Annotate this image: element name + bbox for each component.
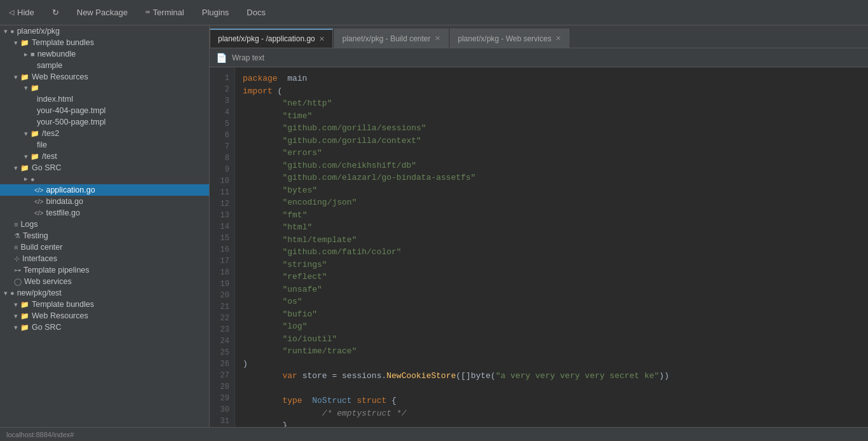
tab-close-icon[interactable]: ✕ [435, 34, 440, 43]
code-line: "runtime/trace" [243, 345, 860, 358]
expand-icon: ▾ [24, 84, 28, 92]
folder-icon: 📁 [20, 312, 29, 320]
line-number: 17 [210, 255, 234, 267]
code-line: "html" [243, 221, 860, 234]
line-number: 2 [210, 84, 234, 95]
new-package-button[interactable]: New Package [73, 5, 132, 20]
expand-icon: ▾ [14, 39, 18, 47]
code-line: "os" [243, 295, 860, 308]
tab-tab1[interactable]: planet/x/pkg - /application.go✕ [210, 29, 333, 48]
nav-icon: ≡ [14, 243, 18, 251]
tree-item-nb1[interactable]: ▸■newbundle [0, 48, 209, 60]
nav-icon: ⚗ [14, 232, 20, 240]
tab-close-icon[interactable]: ✕ [319, 35, 325, 43]
tree-label: /test [42, 152, 57, 161]
tree-item-wr1[interactable]: ▾📁Web Resources [0, 71, 209, 83]
tree-item-tb1[interactable]: ▾📁Template bundles [0, 37, 209, 48]
tree-item-wr1f[interactable]: ▾📁 [0, 83, 209, 93]
tab-tab3[interactable]: planet/x/pkg - Web services✕ [450, 29, 569, 48]
code-line: "github.com/fatih/color" [243, 246, 860, 259]
nav-icon: ◯ [14, 278, 22, 286]
editor-toolbar: 📄 Wrap text [210, 48, 868, 67]
line-number: 30 [210, 404, 234, 416]
tree-item-websvcs[interactable]: ◯Web services [0, 276, 209, 287]
tree-item-gosrc[interactable]: ▾📁Go SRC [0, 162, 209, 173]
line-number: 26 [210, 358, 234, 370]
terminal-button[interactable]: ⌨ Terminal [142, 5, 188, 20]
tree-item-pkg1[interactable]: ▾●planet/x/pkg [0, 25, 209, 37]
line-number: 28 [210, 381, 234, 393]
tree-item-gosrc2[interactable]: ▾📁Go SRC [0, 322, 209, 333]
tree-label: Web services [24, 277, 72, 286]
line-number: 19 [210, 278, 234, 290]
code-line: "bufio" [243, 308, 860, 321]
docs-button[interactable]: Docs [243, 5, 269, 20]
expand-icon: ▾ [14, 73, 18, 81]
line-number: 8 [210, 153, 234, 164]
expand-icon: ▾ [14, 312, 18, 320]
tree-label: Build center [20, 243, 62, 252]
code-line: "strings" [243, 259, 860, 271]
tree-item-tes2[interactable]: ▾📁/tes2 [0, 128, 209, 139]
bullet-icon: ● [10, 27, 15, 35]
line-number: 6 [210, 130, 234, 141]
tree-item-logs[interactable]: ≡Logs [0, 219, 209, 230]
tree-item-s1[interactable]: sample [0, 60, 209, 71]
tree-item-buildctr[interactable]: ≡Build center [0, 241, 209, 253]
wrap-text-button[interactable]: Wrap text [232, 53, 264, 62]
tree-label: your-500-page.tmpl [37, 118, 105, 126]
refresh-button[interactable]: ↻ [48, 5, 63, 20]
line-number: 13 [210, 210, 234, 221]
line-number: 16 [210, 244, 234, 255]
line-number: 27 [210, 370, 234, 381]
tree-item-wr2[interactable]: ▾📁Web Resources [0, 310, 209, 322]
line-number: 12 [210, 198, 234, 210]
expand-icon: ▾ [14, 164, 18, 172]
docs-label: Docs [247, 8, 266, 17]
tree-label: testfile.go [46, 208, 80, 217]
code-line: "unsafe" [243, 283, 860, 296]
hide-button[interactable]: ◁ Hide [5, 5, 38, 20]
code-editor[interactable]: 1234567891011121314151617181920212223242… [210, 67, 868, 427]
tab-close-icon[interactable]: ✕ [555, 34, 561, 43]
tree-item-tpipes[interactable]: ⊶Template pipelines [0, 264, 209, 276]
tree-label: planet/x/pkg [17, 27, 60, 36]
tab-tab2[interactable]: planet/x/pkg - Build center✕ [334, 29, 449, 48]
code-line: "io/ioutil" [243, 333, 860, 346]
tree-item-testing[interactable]: ⚗Testing [0, 230, 209, 241]
status-url: localhost:8884/index# [6, 431, 74, 438]
code-line: "html/template" [243, 234, 860, 247]
new-package-label: New Package [77, 8, 128, 17]
tree-item-p404[interactable]: your-404-page.tmpl [0, 105, 209, 116]
code-line [243, 383, 860, 395]
tree-item-gosrcf[interactable]: ▸● [0, 173, 209, 184]
expand-icon: ▾ [24, 130, 28, 138]
tree-item-tes2f[interactable]: file [0, 139, 209, 151]
code-icon: </> [34, 210, 43, 217]
tree-item-testgo[interactable]: </>testfile.go [0, 207, 209, 219]
tree-item-appgo[interactable]: </>application.go [0, 184, 209, 196]
tree-item-tb2[interactable]: ▾📁Template bundles [0, 299, 209, 310]
code-line: } [243, 419, 860, 427]
tree-label: Interfaces [22, 254, 57, 263]
tree-item-ifaces[interactable]: ⊹Interfaces [0, 253, 209, 264]
line-number: 23 [210, 324, 234, 336]
code-line: "github.com/gorilla/context" [243, 135, 860, 147]
bullet-icon: ● [10, 289, 15, 297]
folder-icon: 📁 [31, 130, 39, 138]
bundle-icon: ■ [31, 50, 35, 58]
tree-item-ih[interactable]: index.html [0, 93, 209, 105]
tree-item-p500[interactable]: your-500-page.tmpl [0, 116, 209, 128]
tree-item-pkg2[interactable]: ▾●new/pkg/test [0, 287, 209, 299]
tree-label: Web Resources [32, 311, 88, 320]
code-line: var store = sessions.NewCookieStore([]by… [243, 370, 860, 383]
file-icon: 📄 [216, 53, 227, 63]
plugins-button[interactable]: Plugins [198, 5, 233, 20]
tree-item-test[interactable]: ▾📁/test [0, 151, 209, 162]
tree-item-bindgo[interactable]: </>bindata.go [0, 196, 209, 207]
folder-icon: 📁 [20, 73, 29, 81]
tree-label: Template bundles [32, 300, 94, 309]
tree-label: Template bundles [32, 38, 94, 47]
code-line: "bytes" [243, 184, 860, 197]
editor-area: planet/x/pkg - /application.go✕planet/x/… [210, 25, 868, 427]
